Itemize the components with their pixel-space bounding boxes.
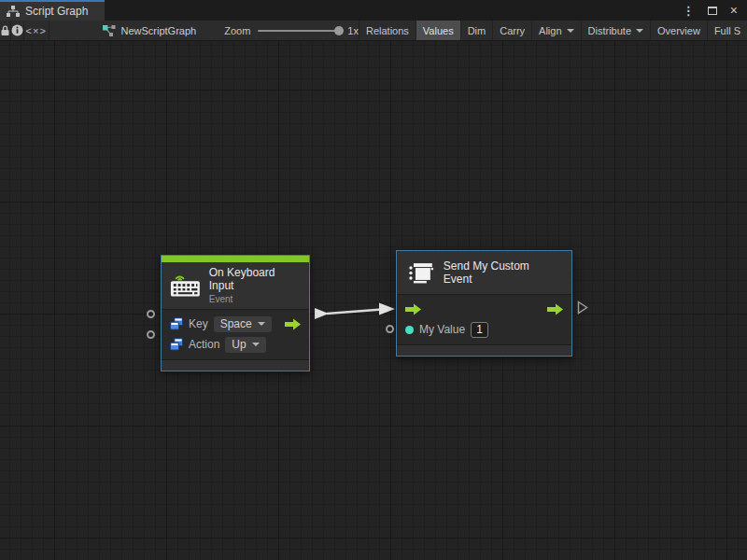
port-label-action: Action: [189, 338, 219, 351]
values-button[interactable]: Values: [416, 21, 460, 40]
node-title: On Keyboard Input: [209, 266, 300, 292]
toolbar-buttons: Relations Values Dim Carry Align Distrib…: [359, 21, 747, 40]
window-controls: ⋮ ×: [683, 0, 747, 21]
flow-continuation-port[interactable]: [577, 301, 588, 315]
window-menu-icon[interactable]: ⋮: [683, 5, 695, 17]
port-row-my-value: My Value 1: [397, 319, 571, 340]
flow-output-port[interactable]: [547, 303, 563, 315]
script-graph-window: Script Graph ⋮ × <×>: [0, 0, 747, 560]
zoom-slider[interactable]: [258, 30, 340, 32]
keyboard-event-icon: [169, 273, 202, 298]
action-dropdown[interactable]: Up: [225, 337, 265, 353]
zoom-label: Zoom: [224, 25, 250, 36]
lock-button[interactable]: [0, 21, 11, 40]
lock-icon: [0, 25, 10, 36]
carry-button[interactable]: Carry: [492, 21, 531, 40]
info-button[interactable]: [11, 21, 24, 40]
tab-title: Script Graph: [25, 5, 88, 18]
graph-toolbar: <×> NewScriptGraph Zoom 1x Relations Val…: [0, 21, 747, 41]
object-type-icon: [170, 317, 183, 330]
zoom-control: Zoom 1x: [224, 21, 359, 40]
distribute-dropdown-button[interactable]: Distribute: [581, 21, 650, 40]
dim-button[interactable]: Dim: [460, 21, 493, 40]
info-icon: [11, 24, 23, 36]
flow-port-row: [397, 299, 571, 319]
port-label-key: Key: [189, 317, 208, 330]
close-icon[interactable]: ×: [730, 4, 738, 17]
graph-asset-icon: [102, 24, 116, 36]
tab-bar: Script Graph ⋮ ×: [0, 0, 747, 21]
action-input-port[interactable]: [147, 330, 155, 339]
node-subtitle: Event: [209, 294, 300, 304]
chevron-down-icon: [567, 29, 574, 33]
my-value-input[interactable]: 1: [471, 322, 488, 338]
key-input-port[interactable]: [147, 310, 155, 318]
port-row-action: Action Up: [162, 334, 309, 355]
key-dropdown[interactable]: Space: [214, 316, 272, 332]
my-value-input-port[interactable]: [386, 325, 394, 333]
fullscreen-button[interactable]: Full S: [707, 21, 747, 40]
overview-button[interactable]: Overview: [650, 21, 707, 40]
node-send-my-custom-event[interactable]: Send My Custom Event My Value 1: [396, 250, 572, 357]
code-preview-button[interactable]: <×>: [24, 21, 49, 40]
graph-hierarchy-icon: [7, 6, 20, 17]
node-body: Key Space Action Up: [162, 309, 309, 360]
event-accent-strip: [162, 256, 309, 262]
node-footer: [162, 360, 309, 371]
node-body: My Value 1: [397, 294, 571, 345]
maximize-icon[interactable]: [708, 7, 717, 15]
custom-event-icon: [408, 261, 434, 285]
chevron-down-icon: [636, 29, 643, 33]
tab-script-graph[interactable]: Script Graph: [0, 0, 105, 21]
port-row-key: Key Space: [162, 314, 309, 334]
graph-asset-breadcrumb[interactable]: NewScriptGraph: [102, 21, 197, 40]
graph-name-label: NewScriptGraph: [121, 25, 197, 36]
node-footer: [397, 345, 571, 356]
flow-output-port[interactable]: [285, 318, 301, 330]
node-header[interactable]: On Keyboard Input Event: [162, 262, 309, 309]
flow-input-port[interactable]: [405, 303, 421, 315]
node-titles: Send My Custom Event: [444, 259, 560, 286]
relations-button[interactable]: Relations: [359, 21, 416, 40]
code-icon: <×>: [26, 25, 47, 36]
zoom-slider-handle[interactable]: [334, 26, 344, 35]
connection-wire: [0, 41, 747, 560]
node-title: Send My Custom Event: [444, 259, 560, 286]
zoom-value: 1x: [347, 25, 359, 36]
graph-canvas[interactable]: On Keyboard Input Event Key Space: [0, 41, 747, 560]
object-type-icon: [170, 338, 183, 351]
value-port-dot[interactable]: [405, 326, 414, 334]
node-header[interactable]: Send My Custom Event: [397, 251, 571, 294]
port-label-my-value: My Value: [419, 323, 465, 336]
node-on-keyboard-input[interactable]: On Keyboard Input Event Key Space: [161, 255, 310, 371]
align-dropdown-button[interactable]: Align: [531, 21, 580, 40]
node-titles: On Keyboard Input Event: [209, 266, 300, 304]
